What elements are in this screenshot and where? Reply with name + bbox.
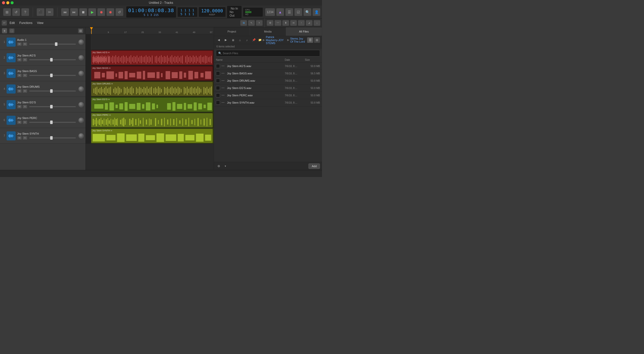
pointer-tool[interactable]: ↖ xyxy=(248,20,255,26)
file-item[interactable]: — Joy Stem PERC.wav 7/6/18, 8:... 50.8 M… xyxy=(214,92,322,99)
search-input[interactable] xyxy=(223,52,318,55)
nav-back-button[interactable]: ◀ xyxy=(216,37,221,43)
track-volume-slider[interactable] xyxy=(29,59,76,60)
checkbox-view-button[interactable]: ☑ xyxy=(294,8,302,16)
nav-music-icon[interactable]: ♪ xyxy=(244,37,250,43)
user-button[interactable]: 👤 xyxy=(312,8,320,16)
track-volume-slider[interactable] xyxy=(29,137,76,138)
file-item[interactable]: — Joy Stem SYNTH.wav 7/6/18, 8:... 50.8 … xyxy=(214,99,322,106)
track-pan-knob[interactable] xyxy=(78,39,84,45)
track-volume-slider[interactable] xyxy=(29,75,76,76)
tempo-display[interactable]: 120.0000 KEEP xyxy=(199,7,226,17)
gear-tool[interactable]: ⚙ xyxy=(267,20,274,26)
track-pan-knob[interactable] xyxy=(78,71,84,76)
mixer-button[interactable]: ⬛ xyxy=(37,8,45,16)
footer-chevron-icon[interactable]: ▾ xyxy=(222,163,228,169)
file-item[interactable]: — Joy Stem DRUMS.wav 7/6/18, 8:... 50.8 … xyxy=(214,77,322,84)
timeline-ruler[interactable]: 1 9 17 25 33 41 49 57 65 73 81 89 xyxy=(86,27,214,34)
solo-button[interactable]: S xyxy=(23,42,27,46)
file-item[interactable]: — Joy Stem EG'S.wav 7/6/18, 8:... 50.8 M… xyxy=(214,84,322,92)
maximize-button[interactable] xyxy=(11,1,14,4)
solo-button[interactable]: S xyxy=(23,89,27,93)
breadcrumb-child[interactable]: Stems Joy Of The Lord xyxy=(290,37,306,43)
purple-icon[interactable]: ▲ xyxy=(276,8,284,16)
rewind-button[interactable]: ⏮ xyxy=(61,8,69,16)
search-bar[interactable]: 🔍 xyxy=(216,50,320,56)
track-settings-button[interactable]: ⊞ xyxy=(78,28,83,33)
list-view-btn[interactable]: ☰ xyxy=(307,37,313,43)
help-button[interactable]: ? xyxy=(21,8,29,16)
mute-button[interactable]: M xyxy=(17,121,22,124)
file-item[interactable]: — Joy Stem AG'S.wav 7/6/18, 8:... 50.8 M… xyxy=(214,63,322,70)
save-button[interactable]: ↺ xyxy=(12,8,20,16)
track-pan-knob[interactable] xyxy=(78,86,84,92)
audio-block[interactable]: Joy Stem SYNTH ∞ xyxy=(91,129,213,143)
audio-block[interactable]: Joy Stem BASS ∞ xyxy=(91,66,213,80)
add-track-button[interactable]: + xyxy=(2,28,7,33)
minimize-button[interactable] xyxy=(6,1,9,4)
fast-forward-button[interactable]: ⏭ xyxy=(70,8,78,16)
back-nav-button[interactable]: ↩ xyxy=(2,20,7,26)
audio-block[interactable]: Joy Stem EG'S ∞ xyxy=(91,98,213,112)
audio-block[interactable]: Joy Stem PERC ∞ xyxy=(91,113,213,127)
solo-button[interactable]: S xyxy=(23,58,27,62)
file-checkbox[interactable] xyxy=(216,71,220,75)
breadcrumb-root[interactable]: Patrick Mayberry-JOY STEMS xyxy=(266,36,286,45)
nav-monitor-icon[interactable]: 🖥 xyxy=(230,37,236,43)
solo-button[interactable]: S xyxy=(23,121,27,124)
audio-block[interactable]: Joy Stem AG'S ∞ xyxy=(91,51,213,65)
screenset-button[interactable]: ⊞ xyxy=(3,8,11,16)
tab-media[interactable]: Media xyxy=(250,27,286,36)
file-checkbox[interactable] xyxy=(216,101,220,105)
mute-button[interactable]: M xyxy=(17,136,22,140)
footer-settings-icon[interactable]: ⚙ xyxy=(216,163,221,169)
track-volume-slider[interactable] xyxy=(29,106,76,107)
down-tool[interactable]: ↓ xyxy=(313,20,320,26)
wave-tool[interactable]: 〰 xyxy=(274,20,281,26)
file-item[interactable]: — Joy Stem BASS.wav 7/6/18, 8:... 56.5 M… xyxy=(214,70,322,77)
solo-button[interactable]: S xyxy=(23,105,27,108)
nav-forward-button[interactable]: ▶ xyxy=(223,37,229,43)
capture-button[interactable]: ⏺ xyxy=(106,8,114,16)
list-view-button[interactable]: ☰ xyxy=(285,8,293,16)
solo-button[interactable]: S xyxy=(23,74,27,77)
mute-button[interactable]: M xyxy=(17,89,22,93)
pencil-tool[interactable]: + xyxy=(256,20,263,26)
cycle-button[interactable]: ↺ xyxy=(115,8,123,16)
track-media-button[interactable]: □ xyxy=(9,28,15,33)
file-checkbox[interactable] xyxy=(216,86,220,90)
record-button[interactable]: ⏺ xyxy=(97,8,105,16)
file-checkbox[interactable] xyxy=(216,93,220,97)
fade-tool[interactable]: ⊿ xyxy=(306,20,313,26)
midi-tool[interactable]: ⬍ xyxy=(282,20,289,26)
search-toolbar-button[interactable]: 🔍 xyxy=(303,8,311,16)
track-volume-slider[interactable] xyxy=(29,44,76,45)
nav-bookmark-icon[interactable]: 📌 xyxy=(251,37,257,43)
track-pan-knob[interactable] xyxy=(78,102,84,107)
tab-all-files[interactable]: All Files xyxy=(286,27,322,36)
track-volume-slider[interactable] xyxy=(29,91,76,92)
mute-button[interactable]: M xyxy=(17,105,22,108)
add-button[interactable]: Add xyxy=(308,163,320,169)
grid-view-btn[interactable]: ⊞ xyxy=(314,37,320,43)
play-button[interactable]: ▶ xyxy=(88,8,96,16)
smart-tool[interactable]: ⧉ xyxy=(240,20,247,26)
track-pan-knob[interactable] xyxy=(78,133,84,139)
file-checkbox[interactable] xyxy=(216,79,220,83)
nav-home-icon[interactable]: ⌂ xyxy=(237,37,243,43)
tab-project[interactable]: Project xyxy=(214,27,250,36)
scissors-button[interactable]: ✂ xyxy=(46,8,54,16)
mute-button[interactable]: M xyxy=(17,42,22,46)
view-menu[interactable]: View xyxy=(35,21,46,25)
up-tool[interactable]: ↑ xyxy=(298,20,305,26)
track-pan-knob[interactable] xyxy=(78,117,84,123)
close-button[interactable] xyxy=(2,1,5,4)
functions-menu[interactable]: Functions xyxy=(17,21,35,25)
track-pan-knob[interactable] xyxy=(78,55,84,61)
mute-button[interactable]: M xyxy=(17,74,22,77)
file-checkbox[interactable] xyxy=(216,64,220,68)
return-button[interactable]: ⏹ xyxy=(79,8,87,16)
edit-menu[interactable]: Edit xyxy=(8,21,17,25)
audio-block[interactable]: Joy Stem DRUMS ∞ xyxy=(91,82,213,96)
solo-button[interactable]: S xyxy=(23,136,27,140)
